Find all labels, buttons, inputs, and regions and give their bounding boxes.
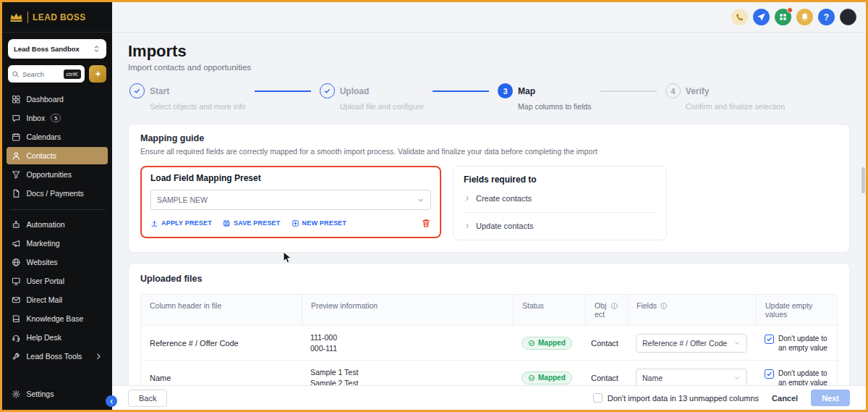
sidebar-item-dashboard[interactable]: Dashboard xyxy=(7,91,108,108)
apply-preset-label: APPLY PRESET xyxy=(161,219,212,227)
col-preview: Preview information xyxy=(302,295,513,325)
cell-update-empty: Don't update to an empty value xyxy=(756,363,837,386)
column-title: Fields xyxy=(637,301,657,310)
column-title: Object xyxy=(595,301,608,319)
search-input[interactable]: Search ctrlK xyxy=(8,65,85,83)
chevron-right-icon xyxy=(94,352,103,361)
skip-unmapped-checkbox[interactable] xyxy=(593,393,603,403)
call-button[interactable] xyxy=(731,9,748,25)
preview-line: Sample 2 Test xyxy=(310,378,504,386)
sidebar-divider xyxy=(9,209,105,210)
table-header: Column header in file Preview informatio… xyxy=(141,295,837,326)
scrollbar-thumb[interactable] xyxy=(861,167,865,193)
mapping-guide-body: Load Field Mapping Preset SAMPLE NEW APP… xyxy=(140,166,838,240)
uploaded-files-card: Uploaded files Column header in file Pre… xyxy=(128,263,850,385)
column-title: Status xyxy=(522,301,544,310)
sidebar-item-label: Opportunities xyxy=(27,170,72,179)
cancel-button[interactable]: Cancel xyxy=(772,394,798,403)
notification-dot xyxy=(787,7,793,13)
user-avatar[interactable] xyxy=(840,9,856,25)
envelope-icon xyxy=(12,295,21,305)
sidebar-item-user-portal[interactable]: User Portal xyxy=(7,272,108,290)
sidebar-item-settings[interactable]: Settings xyxy=(7,385,108,403)
field-selected-value: Reference # / Offer Code xyxy=(642,339,727,348)
sidebar-item-label: Automation xyxy=(27,220,65,229)
sidebar-item-help-desk[interactable]: Help Desk xyxy=(7,329,108,346)
launch-button[interactable] xyxy=(753,9,770,25)
sidebar-collapse-button[interactable] xyxy=(106,395,117,407)
sidebar-item-automation[interactable]: Automation xyxy=(7,216,108,233)
sparkle-icon xyxy=(93,70,103,79)
check-icon xyxy=(323,87,331,95)
apply-preset-button[interactable]: APPLY PRESET xyxy=(150,219,212,227)
dont-update-checkbox[interactable] xyxy=(765,369,774,379)
account-switcher[interactable]: Lead Boss Sandbox xyxy=(8,39,106,59)
skip-unmapped-label: Don't import data in 13 unmapped columns xyxy=(608,394,759,403)
dont-update-checkbox[interactable] xyxy=(765,335,774,344)
save-preset-button[interactable]: SAVE PRESET xyxy=(223,219,281,227)
col-object: Object xyxy=(585,295,627,325)
check-icon xyxy=(766,371,773,377)
preset-select[interactable]: SAMPLE NEW xyxy=(150,190,431,210)
step-description: Confirm and finalize selection xyxy=(686,102,785,111)
save-icon xyxy=(223,219,231,227)
sidebar-item-label: Dashboard xyxy=(27,95,64,104)
sidebar-item-calendars[interactable]: Calendars xyxy=(7,128,108,146)
create-contacts-expander[interactable]: Create contacts xyxy=(464,194,656,203)
update-contacts-expander[interactable]: Update contacts xyxy=(464,212,656,230)
ai-assistant-button[interactable] xyxy=(89,65,106,83)
next-button[interactable]: Next xyxy=(811,390,850,406)
step-upload-circle[interactable] xyxy=(320,83,335,98)
sidebar-item-contacts[interactable]: Contacts xyxy=(7,147,108,164)
step-start-circle[interactable] xyxy=(129,83,145,98)
preview-line: Sample 1 Test xyxy=(310,367,504,377)
sidebar-item-websites[interactable]: Websites xyxy=(7,253,108,271)
step-map-circle[interactable]: 3 xyxy=(498,83,513,98)
book-icon xyxy=(12,314,21,324)
sidebar-search-row: Search ctrlK xyxy=(8,65,106,83)
sidebar-item-label: Docs / Payments xyxy=(27,189,84,198)
sidebar-item-knowledge-base[interactable]: Knowledge Base xyxy=(7,310,108,327)
footer-actions: Don't import data in 13 unmapped columns… xyxy=(593,390,850,406)
field-mapping-select[interactable]: Reference # / Offer Code xyxy=(636,334,747,353)
step-label: Upload xyxy=(340,86,370,96)
chat-icon xyxy=(12,114,21,123)
help-button[interactable]: ? xyxy=(818,9,835,25)
status-label: Mapped xyxy=(538,339,566,347)
mapping-guide-card: Mapping guide Ensure all required fields… xyxy=(128,124,850,253)
col-update-empty: Update empty values xyxy=(756,295,837,325)
apps-button[interactable] xyxy=(775,9,791,25)
sidebar-item-lead-boss-tools[interactable]: Lead Boss Tools xyxy=(7,348,108,365)
cell-update-empty: Don't update to an empty value xyxy=(756,328,837,358)
brand-name: LEAD BOSS xyxy=(33,12,86,22)
checkbox-label: Don't update to an empty value xyxy=(778,369,828,386)
sidebar-item-opportunities[interactable]: Opportunities xyxy=(7,166,108,183)
sidebar-item-label: User Portal xyxy=(27,277,65,285)
sidebar-item-label: Direct Mail xyxy=(27,295,63,304)
info-icon[interactable] xyxy=(610,302,618,310)
preset-actions: APPLY PRESET SAVE PRESET NEW PRESET xyxy=(150,218,431,228)
skip-unmapped-option: Don't import data in 13 unmapped columns xyxy=(593,393,759,403)
step-number: 4 xyxy=(671,87,675,96)
wrench-icon xyxy=(12,352,21,361)
step-verify-circle[interactable]: 4 xyxy=(665,83,681,98)
sidebar-item-direct-mail[interactable]: Direct Mail xyxy=(7,291,108,308)
sidebar-item-inbox[interactable]: Inbox 5 xyxy=(7,109,108,127)
file-column-name: Reference # / Offer Code xyxy=(150,339,239,348)
info-icon[interactable] xyxy=(660,302,668,310)
cell-preview: 111-000 000-111 xyxy=(302,327,513,358)
sidebar-item-label: Calendars xyxy=(27,133,61,141)
sidebar-footer: Settings xyxy=(2,382,112,410)
new-preset-button[interactable]: NEW PRESET xyxy=(292,219,347,227)
sidebar-item-label: Settings xyxy=(27,390,54,398)
sidebar-item-marketing[interactable]: Marketing xyxy=(7,235,108,252)
expander-label: Update contacts xyxy=(476,222,534,230)
back-button[interactable]: Back xyxy=(128,390,167,407)
field-selected-value: Name xyxy=(642,374,663,382)
plus-square-icon xyxy=(292,219,299,227)
check-icon xyxy=(133,87,141,95)
delete-preset-button[interactable] xyxy=(421,218,431,228)
sidebar-item-docs-payments[interactable]: Docs / Payments xyxy=(7,185,108,202)
notifications-button[interactable] xyxy=(796,9,813,25)
field-mapping-select[interactable]: Name xyxy=(636,369,747,386)
